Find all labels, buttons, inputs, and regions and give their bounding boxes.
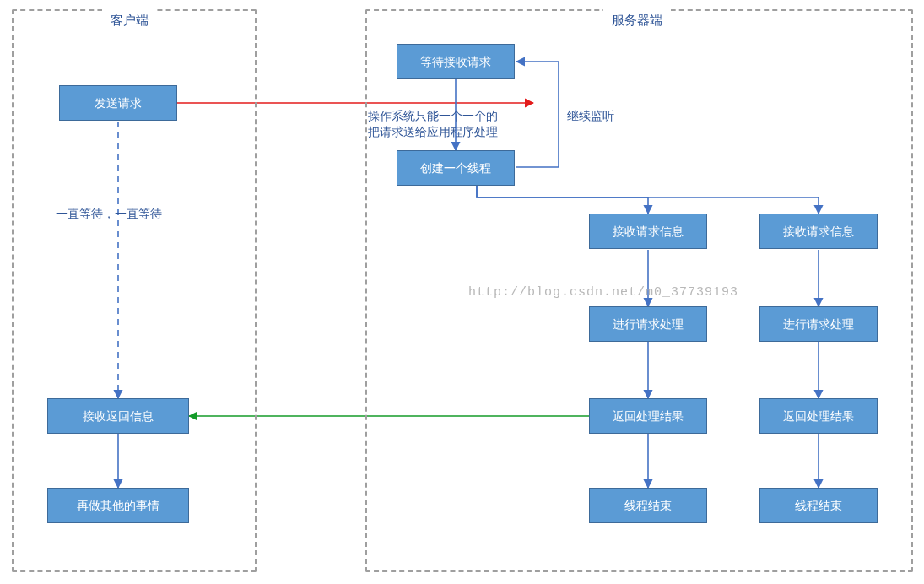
label-os-note-line1: 操作系统只能一个一个的 — [368, 109, 498, 122]
label-keep-listening: 继续监听 — [567, 108, 614, 124]
node-wait-request: 等待接收请求 — [397, 44, 515, 79]
node-process-req-2: 进行请求处理 — [759, 306, 878, 342]
node-return-result-1: 返回处理结果 — [589, 398, 707, 434]
diagram-canvas: 客户端 服务器端 发送请求 接收返回信息 再做其他的事情 等待接收请求 创建一个… — [0, 0, 924, 584]
node-recv-response: 接收返回信息 — [47, 398, 189, 434]
node-process-req-1: 进行请求处理 — [589, 306, 707, 342]
node-thread-end-2: 线程结束 — [759, 488, 878, 523]
node-recv-req-info-1: 接收请求信息 — [589, 214, 707, 249]
node-recv-req-info-2: 接收请求信息 — [759, 214, 878, 249]
node-return-result-2: 返回处理结果 — [759, 398, 878, 434]
node-create-thread: 创建一个线程 — [397, 150, 515, 186]
label-os-note: 操作系统只能一个一个的 把请求送给应用程序处理 — [368, 108, 498, 140]
node-do-other: 再做其他的事情 — [47, 488, 189, 523]
node-thread-end-1: 线程结束 — [589, 488, 707, 523]
label-keep-waiting: 一直等待，一直等待 — [56, 206, 162, 222]
label-os-note-line2: 把请求送给应用程序处理 — [368, 125, 498, 138]
server-panel-title: 服务器端 — [603, 9, 671, 32]
node-send-request: 发送请求 — [59, 85, 177, 121]
client-panel-title: 客户端 — [102, 9, 157, 32]
